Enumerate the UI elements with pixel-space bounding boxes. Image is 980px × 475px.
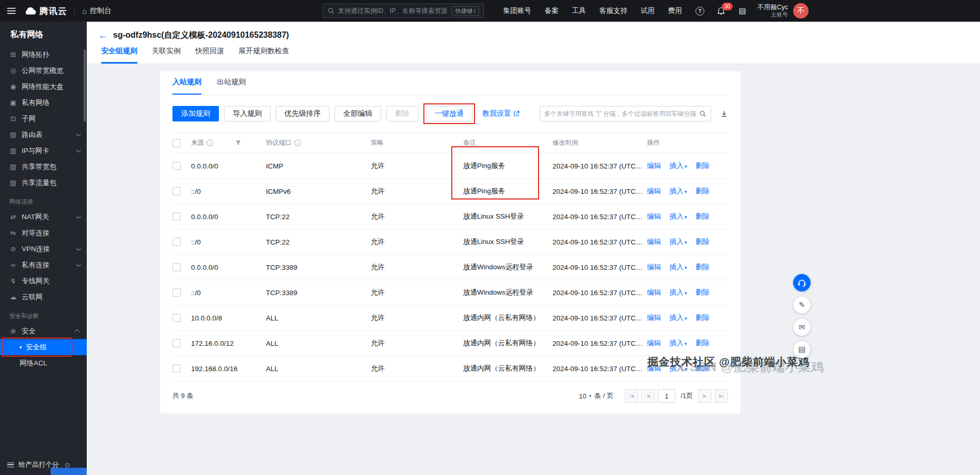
- sidebar-item-route-table[interactable]: ▤ 路由表: [0, 127, 87, 143]
- row-checkbox[interactable]: [172, 162, 181, 170]
- sidebar-item-network-topology[interactable]: ⊞ 网络拓扑: [0, 47, 87, 63]
- delete-link[interactable]: 删除: [696, 162, 709, 170]
- edit-link[interactable]: 编辑: [647, 263, 661, 271]
- tab-associated-instances[interactable]: 关联实例: [152, 47, 181, 64]
- edit-link[interactable]: 编辑: [647, 238, 661, 246]
- edit-link[interactable]: 编辑: [647, 187, 661, 195]
- delete-link[interactable]: 删除: [696, 212, 709, 220]
- sidebar-scrollbar[interactable]: [84, 50, 86, 122]
- sidebar-item-nat-gateway[interactable]: ⇄ NAT网关: [0, 209, 87, 225]
- current-page-input[interactable]: 1: [658, 389, 675, 403]
- edit-all-button[interactable]: 全部编辑: [335, 106, 381, 121]
- contact-button[interactable]: ✉: [793, 318, 811, 336]
- sidebar-item-security[interactable]: ⊕ 安全: [0, 323, 87, 339]
- edit-link[interactable]: 编辑: [647, 212, 661, 220]
- nav-support[interactable]: 客服支持: [599, 6, 627, 16]
- edit-link[interactable]: 编辑: [647, 314, 661, 321]
- sidebar-item-network-performance[interactable]: ◉ 网络性能大盘: [0, 79, 87, 95]
- sidebar-item-shared-bandwidth-package[interactable]: ▧ 共享带宽包: [0, 159, 87, 175]
- select-all-checkbox[interactable]: [172, 139, 181, 147]
- row-checkbox[interactable]: [172, 238, 181, 246]
- sidebar-item-direct-connect-gateway[interactable]: ↯ 专线网关: [0, 273, 87, 289]
- sidebar-item-vpc[interactable]: ▣ 私有网络: [0, 95, 87, 111]
- import-rules-button[interactable]: 导入规则: [224, 106, 271, 121]
- insert-link[interactable]: 插入▾: [670, 263, 687, 271]
- nav-trial[interactable]: 试用: [641, 6, 655, 16]
- search-icon[interactable]: [699, 110, 706, 117]
- page-size-select[interactable]: 10 ▾: [579, 392, 591, 400]
- sidebar-item-subnet[interactable]: ⊡ 子网: [0, 111, 87, 127]
- tab-snapshot-rollback[interactable]: 快照回滚: [195, 47, 224, 64]
- row-checkbox[interactable]: [172, 288, 181, 297]
- tencent-cloud-logo[interactable]: 腾讯云: [24, 5, 67, 17]
- nav-icp[interactable]: 备案: [545, 6, 559, 16]
- delete-link[interactable]: 删除: [696, 238, 709, 246]
- help-icon[interactable]: [696, 7, 704, 16]
- docs-icon[interactable]: ▤: [739, 6, 746, 16]
- last-page-button[interactable]: ▶|: [715, 389, 728, 403]
- rules-filter[interactable]: [540, 106, 711, 121]
- rules-filter-input[interactable]: [544, 110, 696, 117]
- insert-link[interactable]: 插入▾: [670, 162, 687, 170]
- tab-rule-count-check[interactable]: 展开规则数检查: [239, 47, 289, 64]
- edit-link[interactable]: 编辑: [647, 162, 661, 170]
- sidebar-item-peering-connection[interactable]: ⇋ 对等连接: [0, 225, 87, 241]
- sidebar-item-public-bandwidth-overview[interactable]: ◎ 公网带宽概览: [0, 63, 87, 79]
- insert-link[interactable]: 插入▾: [670, 187, 687, 195]
- delete-link[interactable]: 删除: [696, 288, 709, 296]
- row-checkbox[interactable]: [172, 187, 181, 195]
- delete-link[interactable]: 删除: [696, 263, 709, 271]
- console-link[interactable]: ⌂ 控制台: [82, 6, 112, 16]
- feedback-button[interactable]: ✎: [793, 296, 811, 314]
- insert-link[interactable]: 插入▾: [670, 288, 687, 296]
- global-search[interactable]: 快捷键 /: [323, 4, 484, 18]
- delete-link[interactable]: 删除: [696, 339, 709, 347]
- customer-service-button[interactable]: [793, 274, 811, 292]
- row-checkbox[interactable]: [172, 364, 181, 373]
- next-page-button[interactable]: ▶: [698, 389, 712, 403]
- avatar[interactable]: 不: [793, 3, 809, 19]
- nav-billing[interactable]: 费用: [668, 6, 682, 16]
- nav-group-account[interactable]: 集团账号: [503, 6, 531, 16]
- collapse-sidebar-icon[interactable]: [7, 463, 14, 467]
- insert-link[interactable]: 插入▾: [670, 314, 687, 321]
- account-menu[interactable]: 不用额Cyc 主账号: [757, 4, 788, 18]
- survey-button[interactable]: ▤: [793, 341, 811, 358]
- tab-security-group-rules[interactable]: 安全组规则: [101, 47, 137, 64]
- edit-link[interactable]: 编辑: [647, 339, 661, 347]
- delete-link[interactable]: 删除: [696, 314, 709, 321]
- first-page-button[interactable]: |◀: [625, 389, 638, 403]
- nav-tools[interactable]: 工具: [572, 6, 586, 16]
- sidebar-item-ip-nic[interactable]: ▥ IP与网卡: [0, 143, 87, 159]
- insert-link[interactable]: 插入▾: [670, 238, 687, 246]
- delete-button[interactable]: 删除: [386, 106, 418, 121]
- back-button[interactable]: ←: [98, 30, 108, 40]
- sidebar-item-vpn-connection[interactable]: ⊘ VPN连接: [0, 241, 87, 257]
- sidebar-item-shared-traffic-package[interactable]: ▨ 共享流量包: [0, 175, 87, 191]
- edit-link[interactable]: 编辑: [647, 288, 661, 296]
- notifications-button[interactable]: 30: [717, 7, 725, 16]
- open-all-button[interactable]: 一键放通: [426, 106, 472, 121]
- row-checkbox[interactable]: [172, 263, 181, 271]
- row-checkbox[interactable]: [172, 314, 181, 322]
- sidebar-item-security-group[interactable]: 安全组: [0, 339, 87, 355]
- info-icon[interactable]: [294, 140, 301, 146]
- download-button[interactable]: [720, 110, 728, 118]
- sidebar-item-ccn[interactable]: ☁ 云联网: [0, 289, 87, 305]
- sidebar-item-network-acl[interactable]: 网络ACL: [0, 355, 87, 371]
- info-icon[interactable]: [207, 140, 213, 146]
- insert-link[interactable]: 插入▾: [670, 339, 687, 347]
- tab-outbound-rules[interactable]: 出站规则: [217, 78, 246, 95]
- teach-me-link[interactable]: 教我设置: [482, 109, 519, 118]
- row-checkbox[interactable]: [172, 339, 181, 347]
- insert-link[interactable]: 插入▾: [670, 212, 687, 220]
- tab-inbound-rules[interactable]: 入站规则: [172, 78, 201, 95]
- sidebar-item-private-link[interactable]: ∞ 私有连接: [0, 257, 87, 273]
- add-rule-button[interactable]: 添加规则: [172, 106, 219, 121]
- filter-icon[interactable]: [235, 140, 241, 146]
- menu-icon[interactable]: [7, 8, 15, 14]
- prev-page-button[interactable]: ◀: [641, 389, 655, 403]
- row-checkbox[interactable]: [172, 212, 181, 221]
- global-search-input[interactable]: [338, 7, 448, 14]
- priority-sort-button[interactable]: 优先级排序: [276, 106, 329, 121]
